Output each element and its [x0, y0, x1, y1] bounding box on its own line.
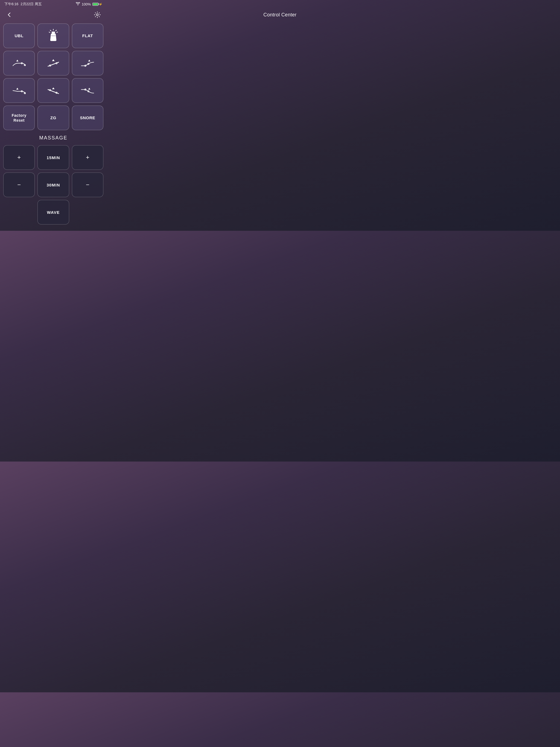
- massage-minus-right-button[interactable]: −: [72, 173, 103, 197]
- row2: [3, 51, 103, 75]
- flat-button[interactable]: FLAT: [72, 24, 103, 48]
- massage-minus-left-button[interactable]: −: [3, 173, 35, 197]
- battery-icon: ⚡: [93, 3, 102, 6]
- svg-marker-15: [88, 60, 91, 61]
- wifi-icon: [76, 2, 80, 6]
- svg-line-3: [50, 30, 51, 31]
- foot-down-icon: [80, 83, 95, 98]
- status-date: 2月22日 周五: [21, 2, 42, 6]
- svg-line-5: [49, 32, 50, 32]
- svg-point-0: [97, 14, 98, 16]
- control-grid: UBL FLAT: [0, 24, 107, 130]
- massage-plus-left-button[interactable]: +: [3, 145, 35, 170]
- battery-percent: 100%: [82, 2, 91, 6]
- back-button[interactable]: [4, 10, 14, 20]
- head-up-button[interactable]: [3, 51, 35, 75]
- svg-marker-11: [52, 59, 54, 61]
- head-down-button[interactable]: [3, 78, 35, 103]
- massage-section: MASSAGE + 15MIN + − 30MIN − WAVE: [0, 135, 107, 225]
- foot-down-button[interactable]: [72, 78, 103, 103]
- svg-line-2: [56, 30, 57, 31]
- head-down-icon: [12, 83, 26, 98]
- massage-15min-button[interactable]: 15MIN: [37, 145, 69, 170]
- svg-marker-18: [16, 88, 18, 90]
- row4: FactoryReset ZG SNORE: [3, 106, 103, 130]
- massage-plus-right-button[interactable]: +: [72, 145, 103, 170]
- massage-title: MASSAGE: [3, 135, 103, 141]
- svg-rect-6: [52, 31, 55, 34]
- row1: UBL FLAT: [3, 24, 103, 48]
- svg-rect-7: [51, 35, 55, 36]
- massage-wave-button[interactable]: WAVE: [37, 200, 69, 225]
- flashlight-button[interactable]: [37, 24, 69, 48]
- foot-up-button[interactable]: [72, 51, 103, 75]
- svg-marker-21: [52, 87, 54, 89]
- settings-button[interactable]: [93, 10, 102, 20]
- massage-grid: + 15MIN + − 30MIN − WAVE: [3, 145, 103, 225]
- status-bar: 下午6:16 2月22日 周五 100% ⚡: [0, 0, 107, 8]
- massage-30min-button[interactable]: 30MIN: [37, 173, 69, 197]
- snore-button[interactable]: SNORE: [72, 106, 103, 130]
- factory-reset-button[interactable]: FactoryReset: [3, 106, 35, 130]
- status-time: 下午6:16: [4, 2, 18, 6]
- zg-button[interactable]: ZG: [37, 106, 69, 130]
- svg-line-4: [57, 32, 57, 32]
- bed-up-button[interactable]: [37, 51, 69, 75]
- flashlight-icon: [46, 29, 60, 43]
- header: Control Center: [0, 8, 107, 24]
- charging-bolt: ⚡: [99, 3, 102, 6]
- ubl-button[interactable]: UBL: [3, 24, 35, 48]
- bed-down-button[interactable]: [37, 78, 69, 103]
- svg-marker-25: [88, 88, 91, 90]
- head-up-icon: [12, 56, 26, 70]
- bed-down-icon: [46, 83, 60, 98]
- row3: [3, 78, 103, 103]
- foot-up-icon: [80, 56, 95, 70]
- bed-up-icon: [46, 56, 60, 70]
- svg-marker-8: [16, 60, 18, 61]
